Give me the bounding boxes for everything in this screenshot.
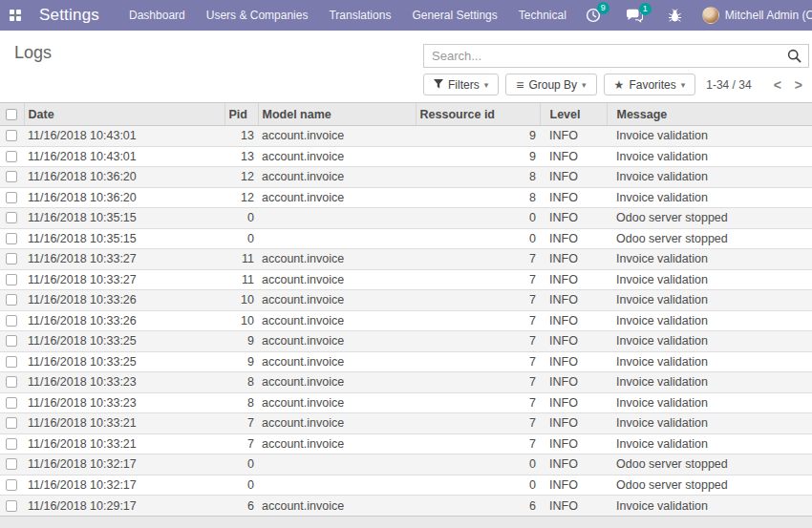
- row-checkbox[interactable]: [6, 417, 17, 429]
- table-row[interactable]: 11/16/2018 10:33:2610account.invoice7INF…: [0, 290, 812, 311]
- search-icon[interactable]: [787, 49, 801, 63]
- cell-level: INFO: [540, 331, 607, 352]
- cell-ressource-id: 7: [416, 372, 540, 393]
- cell-ressource-id: 7: [416, 413, 540, 434]
- cell-ressource-id: 9: [416, 146, 540, 167]
- row-checkbox[interactable]: [6, 356, 17, 368]
- row-checkbox[interactable]: [6, 458, 17, 470]
- table-row[interactable]: 11/16/2018 10:36:2012account.invoice8INF…: [0, 187, 812, 208]
- table-row[interactable]: 11/16/2018 10:33:259account.invoice7INFO…: [0, 351, 812, 372]
- cell-model: account.invoice: [258, 187, 416, 208]
- column-header-model-name[interactable]: Model name: [258, 103, 416, 126]
- cell-model: account.invoice: [258, 290, 416, 311]
- cell-model: account.invoice: [258, 351, 416, 372]
- table-row[interactable]: 11/16/2018 10:33:259account.invoice7INFO…: [0, 331, 812, 352]
- row-checkbox[interactable]: [6, 274, 17, 285]
- row-checkbox[interactable]: [6, 151, 17, 162]
- debug-button[interactable]: [659, 7, 691, 25]
- row-select-cell: [0, 454, 24, 475]
- menu-item-general-settings[interactable]: General Settings: [401, 0, 507, 31]
- row-checkbox[interactable]: [6, 397, 17, 409]
- cell-ressource-id: 7: [416, 269, 540, 290]
- row-select-cell: [0, 269, 24, 290]
- cell-model: account.invoice: [258, 249, 416, 270]
- row-checkbox[interactable]: [6, 212, 17, 223]
- cell-ressource-id: 7: [416, 392, 540, 413]
- table-row[interactable]: 11/16/2018 10:32:1700INFOOdoo server sto…: [0, 475, 812, 496]
- table-row[interactable]: 11/16/2018 10:33:2711account.invoice7INF…: [0, 269, 812, 290]
- table-row[interactable]: 11/16/2018 10:35:1500INFOOdoo server sto…: [0, 228, 812, 249]
- row-checkbox[interactable]: [6, 130, 17, 141]
- cell-pid: 10: [224, 290, 258, 311]
- table-row[interactable]: 11/16/2018 10:32:1700INFOOdoo server sto…: [0, 454, 812, 475]
- table-row[interactable]: 11/16/2018 10:33:238account.invoice7INFO…: [0, 392, 812, 413]
- column-header-level[interactable]: Level: [540, 103, 607, 126]
- row-checkbox[interactable]: [6, 233, 17, 244]
- cell-ressource-id: 7: [416, 310, 540, 331]
- row-select-cell: [0, 249, 24, 270]
- favorites-button[interactable]: ★ Favorites ▾: [604, 74, 696, 95]
- messages-button[interactable]: 1: [617, 7, 652, 25]
- row-select-cell: [0, 413, 24, 434]
- cell-message: Invoice validation: [607, 331, 812, 352]
- table-row[interactable]: 11/16/2018 10:33:238account.invoice7INFO…: [0, 372, 812, 393]
- menu-item-translations[interactable]: Translations: [318, 0, 401, 31]
- current-app-title[interactable]: Settings: [39, 6, 99, 25]
- cell-model: account.invoice: [258, 372, 416, 393]
- cell-model: account.invoice: [258, 126, 416, 147]
- row-select-cell: [0, 433, 24, 454]
- table-row[interactable]: 11/16/2018 10:33:217account.invoice7INFO…: [0, 433, 812, 454]
- column-header-ressource-id[interactable]: Ressource id: [416, 103, 540, 126]
- row-checkbox[interactable]: [6, 171, 17, 182]
- select-all-checkbox[interactable]: [6, 109, 17, 120]
- cell-date: 11/16/2018 10:32:17: [24, 475, 224, 496]
- cell-date: 11/16/2018 10:33:23: [24, 372, 224, 393]
- menu-item-dashboard[interactable]: Dashboard: [118, 0, 196, 31]
- table-row[interactable]: 11/16/2018 10:29:176account.invoice6INFO…: [0, 496, 812, 517]
- search-input[interactable]: [424, 49, 787, 63]
- pager-previous-button[interactable]: <: [767, 77, 788, 93]
- table-row[interactable]: 11/16/2018 10:33:2711account.invoice7INF…: [0, 249, 812, 270]
- cell-message: Invoice validation: [607, 269, 812, 290]
- cell-model: [258, 454, 416, 475]
- row-checkbox[interactable]: [6, 376, 17, 388]
- cell-level: INFO: [540, 351, 607, 372]
- column-header-date[interactable]: Date: [24, 103, 224, 126]
- column-header-message[interactable]: Message: [607, 103, 812, 126]
- row-checkbox[interactable]: [6, 438, 17, 450]
- user-menu[interactable]: Mitchell Admin (Odoo_12): [698, 7, 812, 24]
- row-checkbox[interactable]: [6, 253, 17, 264]
- systray: 9 1 Mitchell Admin (Odoo_12): [577, 6, 812, 25]
- row-select-cell: [0, 187, 24, 208]
- row-select-cell: [0, 310, 24, 331]
- cell-model: account.invoice: [258, 331, 416, 352]
- row-checkbox[interactable]: [6, 500, 17, 512]
- activities-button[interactable]: 9: [577, 6, 609, 25]
- pager-next-button[interactable]: >: [788, 77, 809, 93]
- row-checkbox[interactable]: [6, 294, 17, 306]
- cell-model: account.invoice: [258, 413, 416, 434]
- table-row[interactable]: 11/16/2018 10:33:217account.invoice7INFO…: [0, 413, 812, 434]
- chevron-down-icon: ▾: [582, 80, 587, 90]
- table-row[interactable]: 11/16/2018 10:43:0113account.invoice9INF…: [0, 126, 812, 147]
- apps-menu-icon[interactable]: [10, 10, 22, 22]
- row-checkbox[interactable]: [6, 192, 17, 203]
- menu-item-technical[interactable]: Technical: [508, 0, 577, 31]
- row-checkbox[interactable]: [6, 479, 17, 491]
- star-icon: ★: [614, 79, 625, 91]
- table-row[interactable]: 11/16/2018 10:35:1500INFOOdoo server sto…: [0, 208, 812, 229]
- top-navbar: Settings Dashboard Users & Companies Tra…: [0, 0, 812, 31]
- cell-pid: 0: [224, 454, 258, 475]
- table-row[interactable]: 11/16/2018 10:43:0113account.invoice9INF…: [0, 146, 812, 167]
- menu-item-users-companies[interactable]: Users & Companies: [196, 0, 319, 31]
- bug-icon: [668, 9, 682, 23]
- table-row[interactable]: 11/16/2018 10:33:2610account.invoice7INF…: [0, 310, 812, 331]
- row-checkbox[interactable]: [6, 315, 17, 327]
- column-header-pid[interactable]: Pid: [224, 103, 258, 126]
- group-by-button[interactable]: ≡ Group By ▾: [505, 74, 596, 95]
- filters-button[interactable]: Filters ▾: [423, 74, 499, 95]
- cell-model: account.invoice: [258, 310, 416, 331]
- table-row[interactable]: 11/16/2018 10:36:2012account.invoice8INF…: [0, 167, 812, 188]
- cell-model: [258, 228, 416, 249]
- row-checkbox[interactable]: [6, 335, 17, 347]
